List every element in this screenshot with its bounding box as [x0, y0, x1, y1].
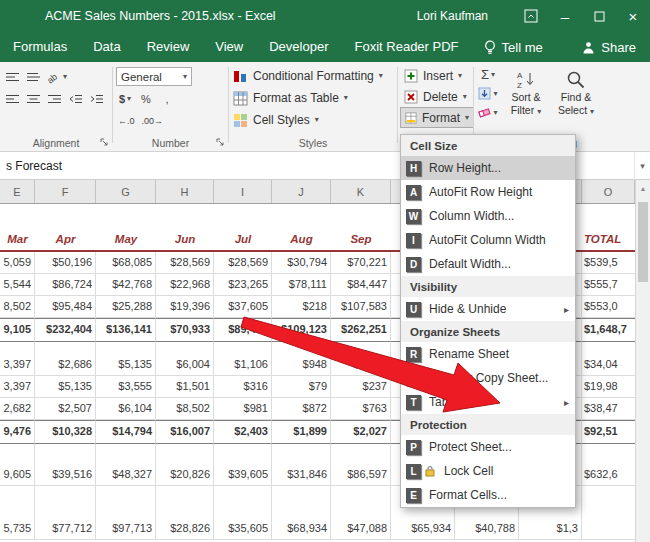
menu-item-default-width[interactable]: DDefault Width...	[401, 252, 575, 276]
decrease-indent-icon[interactable]	[66, 90, 84, 109]
cell[interactable]: $136,141	[96, 318, 156, 342]
cell[interactable]: $68,085	[96, 252, 156, 274]
cell[interactable]: $47,088	[331, 518, 391, 540]
cell[interactable]: $2,507	[35, 398, 96, 420]
cell[interactable]: $2,403	[214, 420, 272, 444]
cell[interactable]	[156, 342, 214, 354]
cell[interactable]: $68,934	[272, 518, 331, 540]
ribbon-tab-developer[interactable]: Developer	[256, 32, 341, 62]
cell[interactable]	[582, 518, 635, 540]
cell-styles-button[interactable]: Cell Styles ▾	[229, 109, 397, 131]
cell[interactable]: $262,251	[331, 318, 391, 342]
cell[interactable]: $77,712	[35, 518, 96, 540]
number-dialog-launcher[interactable]	[216, 138, 225, 147]
menu-item-move-or-copy-sheet[interactable]: MMove or Copy Sheet...	[401, 366, 575, 390]
cell[interactable]	[0, 444, 35, 464]
cell[interactable]: $86,724	[35, 274, 96, 296]
maximize-button[interactable]	[582, 0, 616, 32]
cell[interactable]: $632,6	[582, 464, 635, 486]
fill-button[interactable]: ▾	[475, 84, 501, 103]
cell[interactable]: $40,788	[455, 518, 519, 540]
cell[interactable]	[331, 486, 391, 518]
percent-style-button[interactable]: %	[137, 90, 155, 109]
cell[interactable]: 5,059	[0, 252, 35, 274]
cell[interactable]	[331, 444, 391, 464]
cell[interactable]: $2,027	[331, 420, 391, 444]
cell[interactable]: $539,5	[582, 252, 635, 274]
column-header-h[interactable]: H	[156, 180, 214, 203]
cell[interactable]	[96, 342, 156, 354]
column-header-k[interactable]: K	[331, 180, 391, 203]
cell[interactable]: $39,605	[214, 464, 272, 486]
cell[interactable]: $107,583	[331, 296, 391, 318]
cell[interactable]	[272, 444, 331, 464]
cell[interactable]: 3,397	[0, 354, 35, 376]
autosum-button[interactable]: Σ▾	[475, 65, 501, 84]
cell[interactable]: $84,447	[331, 274, 391, 296]
column-header-f[interactable]: F	[35, 180, 96, 203]
cell[interactable]	[272, 342, 331, 354]
cell[interactable]	[214, 444, 272, 464]
cell[interactable]: $948	[272, 354, 331, 376]
menu-item-autofit-row-height[interactable]: AAutoFit Row Height	[401, 180, 575, 204]
cell[interactable]: $92,51	[582, 420, 635, 444]
menu-item-hide-unhide[interactable]: UHide & Unhide▸	[401, 297, 575, 321]
cell[interactable]: $30,794	[272, 252, 331, 274]
column-header-e[interactable]: E	[0, 180, 35, 203]
menu-item-tab-color[interactable]: TTab Color▸	[401, 390, 575, 414]
share-button[interactable]: Share	[568, 32, 650, 62]
cell[interactable]: $1,501	[156, 376, 214, 398]
clear-button[interactable]: ▾	[475, 103, 501, 122]
align-top-icon[interactable]	[3, 68, 21, 87]
cell[interactable]: $86,597	[331, 464, 391, 486]
cell[interactable]: $38,47	[582, 398, 635, 420]
column-header-o[interactable]: O	[582, 180, 635, 203]
cell[interactable]: $6,004	[156, 354, 214, 376]
decrease-decimal-button[interactable]: .00→	[140, 112, 166, 131]
column-header-i[interactable]: I	[214, 180, 272, 203]
vertical-scrollbar[interactable]: ▲	[635, 180, 650, 542]
ribbon-tab-formulas[interactable]: Formulas	[0, 32, 80, 62]
cell[interactable]: $553,0	[582, 296, 635, 318]
cell[interactable]: $19,396	[156, 296, 214, 318]
comma-style-button[interactable]: ,	[158, 90, 176, 109]
cell[interactable]: 8,502	[0, 296, 35, 318]
cell[interactable]: $35,605	[214, 518, 272, 540]
cell[interactable]: $20,826	[156, 464, 214, 486]
cell[interactable]: $1,899	[272, 420, 331, 444]
cell[interactable]: 9,605	[0, 464, 35, 486]
cell[interactable]: $28,569	[214, 252, 272, 274]
cell[interactable]	[582, 342, 635, 354]
find-select-button[interactable]: Find & Select ▾	[551, 65, 601, 122]
cell[interactable]	[35, 342, 96, 354]
cell[interactable]	[272, 486, 331, 518]
ribbon-display-options-button[interactable]	[514, 0, 548, 32]
menu-item-format-cells[interactable]: EFormat Cells...	[401, 483, 575, 507]
menu-item-lock-cell[interactable]: LLock Cell	[401, 459, 575, 483]
cell[interactable]: $2,686	[35, 354, 96, 376]
cell[interactable]: $50,196	[35, 252, 96, 274]
cell[interactable]: $555,7	[582, 274, 635, 296]
cell[interactable]: $109,123	[272, 318, 331, 342]
ribbon-tab-view[interactable]: View	[202, 32, 256, 62]
cell[interactable]: $1,106	[214, 354, 272, 376]
cell[interactable]: $31,846	[272, 464, 331, 486]
cell[interactable]: $48,327	[96, 464, 156, 486]
cell[interactable]: $5,135	[96, 354, 156, 376]
conditional-formatting-button[interactable]: Conditional Formatting ▾	[229, 65, 397, 87]
cell[interactable]: $16,007	[156, 420, 214, 444]
menu-item-row-height[interactable]: HRow Height...	[401, 156, 575, 180]
menu-item-rename-sheet[interactable]: RRename Sheet	[401, 342, 575, 366]
cell[interactable]	[0, 486, 35, 518]
cell[interactable]: $218	[272, 296, 331, 318]
cell[interactable]: $316	[214, 376, 272, 398]
menu-item-protect-sheet[interactable]: PProtect Sheet...	[401, 435, 575, 459]
cell[interactable]: $65,934	[391, 518, 455, 540]
cell[interactable]	[214, 486, 272, 518]
cell[interactable]	[331, 342, 391, 354]
scrollbar-thumb[interactable]	[638, 202, 648, 282]
cell[interactable]: $39,516	[35, 464, 96, 486]
cell[interactable]: $70,933	[156, 318, 214, 342]
cell[interactable]	[156, 444, 214, 464]
insert-button[interactable]: Insert ▾	[400, 65, 474, 86]
